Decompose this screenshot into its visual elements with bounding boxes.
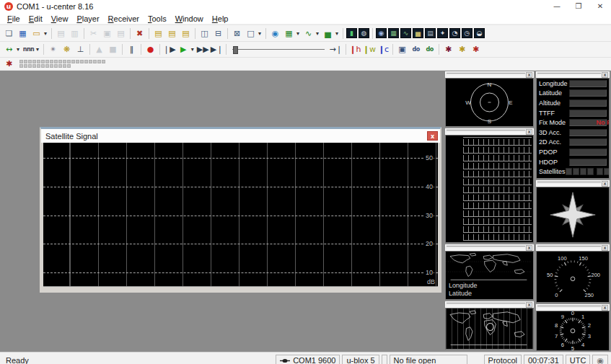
clock-grip[interactable]: x <box>536 304 610 311</box>
table-view-grip[interactable]: x <box>445 128 534 135</box>
map-dropdown-arrow[interactable]: ▾ <box>294 27 302 40</box>
menu-receiver[interactable]: Receiver <box>104 14 144 23</box>
close-data-view-button[interactable]: x <box>602 72 608 78</box>
chart-dropdown-arrow[interactable]: ▾ <box>314 27 321 40</box>
gauge-label: 0 <box>571 311 574 316</box>
sky-view-panel: x N E S W <box>445 71 534 127</box>
chart-icon[interactable]: ∿ <box>400 28 411 38</box>
status-protocol[interactable]: Protocol <box>484 355 522 364</box>
play-dropdown-arrow[interactable]: ▾ <box>189 43 196 56</box>
pause-icon[interactable]: ‖ <box>125 43 139 56</box>
clock-content: 0123456789 <box>536 311 610 351</box>
gauge-tick <box>568 319 569 321</box>
close-table-view-button[interactable]: x <box>526 129 532 135</box>
status-file[interactable]: No file open <box>390 355 467 364</box>
baudrate-dropdown-arrow[interactable]: ▾ <box>34 43 41 56</box>
gauge-tick <box>581 339 582 340</box>
close-sky-view-button[interactable]: x <box>526 72 532 78</box>
menu-window[interactable]: Window <box>171 14 208 23</box>
ublox-bee-icon[interactable]: ❋ <box>60 43 74 56</box>
table-view-icon[interactable]: ▤ <box>425 28 436 38</box>
jump-to-end-icon[interactable]: →❘ <box>328 43 343 56</box>
messages-view-icon[interactable]: ▣ <box>395 43 409 56</box>
clear-view-icon[interactable]: ✖ <box>133 27 146 40</box>
google-earth-icon[interactable]: ◉ <box>268 27 282 40</box>
edit-log-icon[interactable]: ▤ <box>179 27 193 40</box>
sky-view-grip[interactable]: x <box>445 71 534 78</box>
speedometer-grip[interactable]: x <box>536 244 610 251</box>
deviation-map-icon[interactable]: ◉ <box>376 28 387 38</box>
window-title: COM1 - u-center 8.16 <box>17 2 546 11</box>
close-speedometer-button[interactable]: x <box>602 245 608 251</box>
close-clock-button[interactable]: x <box>602 305 608 311</box>
altimeter-icon[interactable]: ◒ <box>474 28 485 38</box>
menu-player[interactable]: Player <box>72 14 103 23</box>
tile-windows-icon[interactable]: ◫ <box>198 27 211 40</box>
satellite-signal-titlebar[interactable]: Satellite Signal x <box>41 129 440 143</box>
close-world-position-button[interactable]: x <box>526 302 532 308</box>
world-position-grip[interactable]: x <box>445 301 534 308</box>
close-view-icon[interactable]: ⊠ <box>230 27 244 40</box>
menu-tools[interactable]: Tools <box>144 14 171 23</box>
open-dropdown-arrow[interactable]: ▾ <box>42 27 49 40</box>
message-led <box>93 60 97 63</box>
retransmit-icon[interactable]: ✱ <box>2 58 16 70</box>
message-led <box>67 60 71 63</box>
histogram-dropdown-arrow[interactable]: ▾ <box>333 27 340 40</box>
import-log-icon[interactable]: ▤ <box>151 27 165 40</box>
compass-icon[interactable]: ✦ <box>437 28 448 38</box>
record-icon[interactable]: ● <box>144 43 157 56</box>
3d-acc-value <box>569 129 607 136</box>
fast-forward-icon[interactable]: ▶▶ <box>196 43 210 56</box>
new-file-icon[interactable]: ❏ <box>2 27 16 40</box>
histogram-icon[interactable]: ▅ <box>413 28 423 38</box>
camera-view-icon[interactable]: ▮ <box>346 28 357 38</box>
close-button[interactable]: ✕ <box>589 0 611 13</box>
port-dropdown-arrow[interactable]: ▾ <box>14 43 22 56</box>
map-view-grip[interactable]: x <box>445 244 534 251</box>
cold-start-icon[interactable]: ❙c <box>377 43 390 56</box>
export-log-icon[interactable]: ▤ <box>165 27 179 40</box>
dock-output-active-icon[interactable]: do <box>423 43 436 56</box>
compass-view-panel: x <box>536 180 610 243</box>
warm-start-icon[interactable]: ❙w <box>362 43 377 56</box>
hot-start-icon[interactable]: ❙h <box>348 43 362 56</box>
infoview-row-2d-acc: 2D Acc. <box>537 138 609 148</box>
antenna-icon[interactable]: ⊥ <box>74 43 87 56</box>
flower-dark-red-icon[interactable]: ✱ <box>441 43 455 56</box>
gauge-tick <box>579 262 581 265</box>
autobaud-icon[interactable]: ✴ <box>46 43 60 56</box>
menu-file[interactable]: File <box>3 14 25 23</box>
save-icon[interactable]: ▦ <box>16 27 30 40</box>
restore-button[interactable]: ❐ <box>568 0 589 13</box>
minimize-button[interactable]: — <box>546 0 568 13</box>
cascade-windows-icon[interactable]: ⊟ <box>211 27 225 40</box>
views-dropdown-arrow[interactable]: ▾ <box>256 27 263 40</box>
menu-help[interactable]: Help <box>208 14 233 23</box>
chart-gridline: 50 <box>43 158 438 159</box>
close-map-view-button[interactable]: x <box>526 245 532 251</box>
step-to-end-icon[interactable]: ▶❘ <box>210 43 224 56</box>
speedometer-icon[interactable]: ◔ <box>449 28 460 38</box>
data-view-grip[interactable]: x <box>536 71 610 78</box>
status-receiver-type[interactable]: u-blox 5 <box>342 355 379 364</box>
compass-view-grip[interactable]: x <box>536 180 610 187</box>
dock-output-icon[interactable]: do <box>409 43 423 56</box>
step-forward-icon[interactable]: ❘▶ <box>162 43 177 56</box>
menu-view[interactable]: View <box>47 14 73 23</box>
close-satellite-window-button[interactable]: x <box>427 131 438 141</box>
gauge-tick <box>556 285 558 286</box>
status-gear-icon[interactable]: ◉ <box>592 355 608 364</box>
sky-view-icon[interactable]: ◍ <box>359 28 369 38</box>
flower-red-icon[interactable]: ✱ <box>469 43 483 56</box>
status-com-port[interactable]: COM1 9600 <box>276 355 340 364</box>
status-timezone[interactable]: UTC <box>566 355 591 364</box>
world-map-icon[interactable]: ▦ <box>388 28 399 38</box>
flower-yellow-icon[interactable]: ✱ <box>455 43 469 56</box>
slider-handle[interactable] <box>233 46 238 54</box>
menu-edit[interactable]: Edit <box>25 14 47 23</box>
clock-icon[interactable]: ◷ <box>462 28 472 38</box>
close-compass-view-button[interactable]: x <box>602 181 608 187</box>
gauge-label: 2 <box>588 322 591 329</box>
play-position-slider[interactable] <box>232 45 325 55</box>
